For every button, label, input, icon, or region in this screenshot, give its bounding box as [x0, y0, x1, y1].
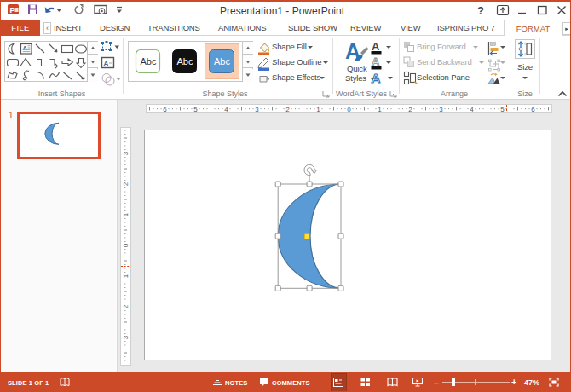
svg-text:Abc: Abc: [141, 56, 157, 66]
svg-text:2: 2: [286, 106, 290, 112]
svg-text:A: A: [23, 44, 28, 52]
svg-text:P: P: [10, 6, 15, 14]
svg-text:3: 3: [439, 106, 443, 112]
svg-text:A: A: [372, 40, 380, 53]
svg-text:6: 6: [531, 106, 535, 112]
svg-text:0: 0: [347, 106, 351, 112]
svg-text:Abc: Abc: [214, 56, 230, 66]
svg-text:5: 5: [193, 106, 198, 112]
svg-text:2: 2: [408, 106, 412, 112]
svg-text:?: ?: [477, 4, 484, 17]
svg-text:3: 3: [255, 106, 259, 112]
svg-text:6: 6: [163, 106, 167, 112]
svg-text:1: 1: [378, 106, 382, 112]
svg-text:4: 4: [470, 106, 474, 112]
svg-text:5: 5: [500, 106, 505, 112]
svg-text:A: A: [372, 55, 380, 68]
svg-text:Abc: Abc: [177, 56, 193, 66]
svg-text:1: 1: [316, 106, 320, 112]
svg-text:4: 4: [224, 106, 228, 112]
